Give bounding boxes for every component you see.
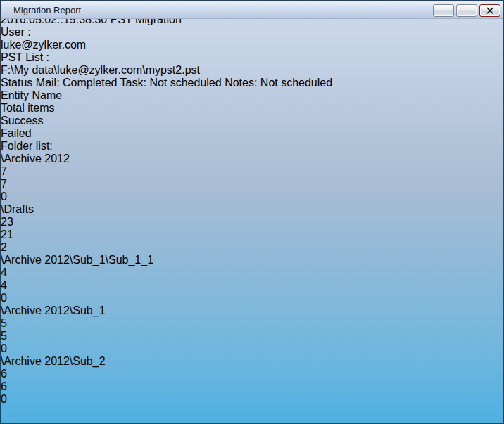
status-group-title: Status: [1, 77, 32, 89]
cell-entity: \Archive 2012\Sub_1: [1, 304, 503, 317]
table-row[interactable]: \Archive 2012\Sub_1\Sub_1_1 4 4 0: [1, 254, 503, 304]
cell-success: 21: [1, 229, 503, 241]
pst-selected-text: F:\My data\luke@zylker.com\mypst2.pst: [1, 64, 200, 76]
cell-failed: 0: [1, 342, 503, 355]
cell-success: 7: [1, 178, 503, 191]
user-combobox[interactable]: luke@zylker.com: [1, 39, 503, 51]
mail-status-label: Mail:: [36, 77, 60, 89]
table-header-row: Entity Name Total items Success Failed: [1, 89, 503, 140]
table-row[interactable]: Folder list:: [1, 140, 503, 153]
cell-entity: \Archive 2012: [1, 153, 503, 165]
cell-entity: Folder list:: [1, 140, 503, 153]
header-failed[interactable]: Failed: [1, 127, 503, 140]
header-entity-name[interactable]: Entity Name: [1, 89, 503, 102]
cell-total: 6: [1, 368, 503, 380]
status-groupbox: Status Mail: Completed Task: Not schedul…: [1, 77, 503, 89]
task-status-label: Task:: [120, 77, 146, 89]
close-icon: ✕: [485, 4, 494, 18]
cell-failed: 0: [1, 191, 503, 203]
titlebar[interactable]: Migration Report ✕: [1, 1, 503, 19]
cell-success: 6: [1, 380, 503, 393]
cell-total: 7: [1, 165, 503, 178]
minimize-button[interactable]: [433, 4, 454, 17]
user-label: User :: [1, 26, 31, 38]
mail-status-value: Completed: [63, 77, 117, 89]
table-row[interactable]: \Archive 2012\Sub_2 6 6 0: [1, 355, 503, 406]
window-controls: ✕: [433, 4, 500, 17]
report-table: Entity Name Total items Success Failed F…: [1, 89, 503, 406]
cell-failed: 0: [1, 393, 503, 406]
cell-failed: 2: [1, 241, 503, 254]
pst-list-label: PST List :: [1, 51, 49, 63]
notes-status-value: Not scheduled: [260, 77, 332, 89]
maximize-button[interactable]: [456, 4, 477, 17]
header-success[interactable]: Success: [1, 115, 503, 127]
cell-total: 23: [1, 216, 503, 229]
cell-entity: \Archive 2012\Sub_1\Sub_1_1: [1, 254, 503, 266]
cell-entity: \Archive 2012\Sub_2: [1, 355, 503, 368]
user-value: luke@zylker.com: [1, 39, 86, 51]
table-row[interactable]: \Archive 2012\Sub_1 5 5 0: [1, 304, 503, 355]
pst-list-combobox[interactable]: F:\My data\luke@zylker.com\mypst2.pst: [1, 64, 503, 77]
cell-success: 5: [1, 330, 503, 342]
cell-total: 4: [1, 266, 503, 279]
notes-status-label: Notes:: [225, 77, 257, 89]
table-row[interactable]: \Archive 2012 7 7 0: [1, 153, 503, 203]
close-button[interactable]: ✕: [479, 4, 500, 17]
migration-report-window: Migration Report ✕ Migration : 2016:05:0…: [0, 0, 504, 424]
cell-total: 5: [1, 317, 503, 330]
window-title: Migration Report: [13, 5, 81, 15]
table-row[interactable]: \Drafts 23 21 2: [1, 203, 503, 254]
header-total-items[interactable]: Total items: [1, 102, 503, 115]
task-status-value: Not scheduled: [149, 77, 221, 89]
cell-failed: 0: [1, 292, 503, 304]
cell-entity: \Drafts: [1, 203, 503, 216]
cell-success: 4: [1, 279, 503, 292]
